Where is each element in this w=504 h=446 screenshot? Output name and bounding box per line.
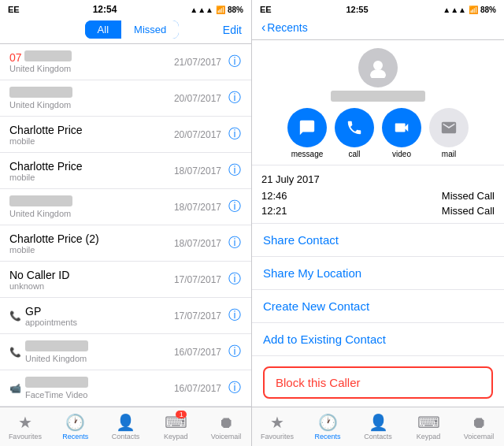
table-row[interactable]: United Kingdom 18/07/2017 ⓘ bbox=[0, 189, 251, 225]
table-row[interactable]: 07 United Kingdom 21/07/2017 ⓘ bbox=[0, 44, 251, 80]
tab-recents[interactable]: 🕐 Recents bbox=[302, 407, 353, 446]
tab-voicemail[interactable]: ⏺ Voicemail bbox=[201, 407, 251, 446]
mail-label: mail bbox=[442, 150, 456, 158]
segment-all[interactable]: All bbox=[85, 20, 121, 39]
info-button[interactable]: ⓘ bbox=[228, 344, 242, 360]
call-item-right: 17/07/2017 ⓘ bbox=[174, 271, 242, 288]
left-nav-bar: All Missed Edit bbox=[0, 17, 251, 44]
tab-label: Favourites bbox=[9, 433, 42, 440]
call-time: 12:46 bbox=[261, 190, 287, 202]
table-row[interactable]: Charlotte Price mobile 20/07/2017 ⓘ bbox=[0, 117, 251, 153]
call-date: 16/07/2017 bbox=[174, 347, 221, 358]
call-item-right: 16/07/2017 ⓘ bbox=[174, 344, 242, 360]
tab-label: Voicemail bbox=[464, 433, 495, 440]
call-date: 21/07/2017 bbox=[174, 57, 221, 68]
tab-favourites[interactable]: ★ Favourites bbox=[0, 407, 50, 446]
call-icon: 📞 bbox=[9, 310, 22, 321]
call-sub: mobile bbox=[9, 136, 174, 146]
call-label: call bbox=[348, 150, 360, 158]
options-section: Share Contact Share My Location Create N… bbox=[252, 224, 504, 359]
call-date: 20/07/2017 bbox=[174, 129, 221, 140]
left-status-bar: EE 12:54 ▲▲▲ 📶 88% bbox=[0, 0, 251, 17]
call-date: 18/07/2017 bbox=[174, 202, 221, 213]
call-button[interactable] bbox=[335, 108, 374, 147]
call-name bbox=[25, 377, 174, 390]
call-date: 18/07/2017 bbox=[174, 238, 221, 249]
call-name: No Caller ID bbox=[9, 269, 174, 281]
share-contact-option[interactable]: Share Contact bbox=[252, 224, 504, 257]
call-item-right: 20/07/2017 ⓘ bbox=[174, 90, 242, 106]
block-caller-button[interactable]: Block this Caller bbox=[263, 366, 493, 399]
table-row[interactable]: No Caller ID unknown 17/07/2017 ⓘ bbox=[0, 262, 251, 298]
call-detail-date: 21 July 2017 bbox=[261, 173, 495, 185]
video-action: video bbox=[382, 108, 421, 158]
call-time: 12:21 bbox=[261, 205, 287, 217]
call-date: 17/07/2017 bbox=[174, 310, 221, 321]
info-button[interactable]: ⓘ bbox=[228, 307, 242, 324]
call-name bbox=[9, 195, 174, 209]
tab-label: Recents bbox=[314, 433, 340, 440]
message-button[interactable] bbox=[287, 108, 327, 147]
table-row[interactable]: Charlotte Price (2) mobile 18/07/2017 ⓘ bbox=[0, 225, 251, 262]
call-date: 17/07/2017 bbox=[174, 274, 221, 285]
info-button[interactable]: ⓘ bbox=[228, 54, 242, 70]
share-location-option[interactable]: Share My Location bbox=[252, 257, 504, 290]
segment-control[interactable]: All Missed bbox=[85, 20, 180, 39]
call-list: 07 United Kingdom 21/07/2017 ⓘ United Ki… bbox=[0, 44, 251, 407]
tab-contacts[interactable]: 👤 Contacts bbox=[101, 407, 151, 446]
info-button[interactable]: ⓘ bbox=[228, 90, 242, 106]
call-item-right: 18/07/2017 ⓘ bbox=[174, 162, 242, 179]
call-status: Missed Call bbox=[442, 190, 495, 202]
video-button[interactable] bbox=[382, 108, 421, 147]
create-contact-option[interactable]: Create New Contact bbox=[252, 290, 504, 323]
right-nav: ‹ Recents bbox=[252, 17, 504, 40]
tab-contacts[interactable]: 👤 Contacts bbox=[353, 407, 403, 446]
call-name: Charlotte Price (2) bbox=[9, 232, 174, 245]
call-item-right: 16/07/2017 ⓘ bbox=[174, 380, 242, 396]
tab-voicemail[interactable]: ⏺ Voicemail bbox=[454, 407, 504, 446]
call-sub: United Kingdom bbox=[9, 209, 174, 218]
tab-label: Contacts bbox=[364, 433, 392, 440]
call-entry-2: 12:21 Missed Call bbox=[261, 203, 495, 218]
left-carrier: EE bbox=[8, 5, 20, 14]
call-date: 20/07/2017 bbox=[174, 93, 221, 104]
tab-favourites[interactable]: ★ Favourites bbox=[252, 407, 302, 446]
segment-missed[interactable]: Missed bbox=[121, 20, 179, 39]
table-row[interactable]: United Kingdom 20/07/2017 ⓘ bbox=[0, 80, 251, 117]
battery-icon: 88% bbox=[228, 6, 243, 14]
table-row[interactable]: 📞 United Kingdom 16/07/2017 ⓘ bbox=[0, 334, 251, 370]
call-icon: 📞 bbox=[9, 347, 22, 358]
voicemail-badge: 1 bbox=[176, 411, 187, 418]
mail-action: mail bbox=[429, 108, 469, 158]
info-button[interactable]: ⓘ bbox=[228, 235, 242, 251]
contact-header: message call video bbox=[252, 40, 504, 165]
mail-button[interactable] bbox=[429, 108, 469, 147]
call-sub: FaceTime Video bbox=[25, 390, 174, 400]
add-existing-option[interactable]: Add to Existing Contact bbox=[252, 323, 504, 356]
wifi-icon: 📶 bbox=[469, 6, 478, 14]
info-button[interactable]: ⓘ bbox=[228, 199, 242, 215]
signal-icon: ▲▲▲ bbox=[443, 6, 466, 14]
table-row[interactable]: 📹 FaceTime Video 16/07/2017 ⓘ bbox=[0, 370, 251, 407]
call-item-right: 18/07/2017 ⓘ bbox=[174, 235, 242, 251]
tab-label: Keypad bbox=[164, 433, 188, 440]
info-button[interactable]: ⓘ bbox=[228, 271, 242, 288]
call-sub: United Kingdom bbox=[9, 64, 174, 73]
info-button[interactable]: ⓘ bbox=[228, 126, 242, 143]
edit-button[interactable]: Edit bbox=[223, 24, 242, 36]
call-sub: United Kingdom bbox=[25, 354, 174, 363]
table-row[interactable]: 📞 GP appointments 17/07/2017 ⓘ bbox=[0, 298, 251, 334]
call-action: call bbox=[335, 108, 374, 158]
clock-icon: 🕐 bbox=[65, 413, 85, 432]
call-name: Charlotte Price bbox=[9, 160, 174, 173]
tab-keypad[interactable]: ⌨ Keypad bbox=[403, 407, 454, 446]
tab-keypad[interactable]: ⌨ Keypad 1 bbox=[150, 407, 201, 446]
back-button[interactable]: ‹ Recents bbox=[261, 20, 308, 35]
table-row[interactable]: Charlotte Price mobile 18/07/2017 ⓘ bbox=[0, 153, 251, 189]
info-button[interactable]: ⓘ bbox=[228, 380, 242, 396]
tab-recents[interactable]: 🕐 Recents bbox=[50, 407, 101, 446]
call-item-right: 17/07/2017 ⓘ bbox=[174, 307, 242, 324]
call-detail-section: 21 July 2017 12:46 Missed Call 12:21 Mis… bbox=[252, 165, 504, 224]
info-button[interactable]: ⓘ bbox=[228, 162, 242, 179]
right-time: 12:55 bbox=[346, 5, 368, 14]
